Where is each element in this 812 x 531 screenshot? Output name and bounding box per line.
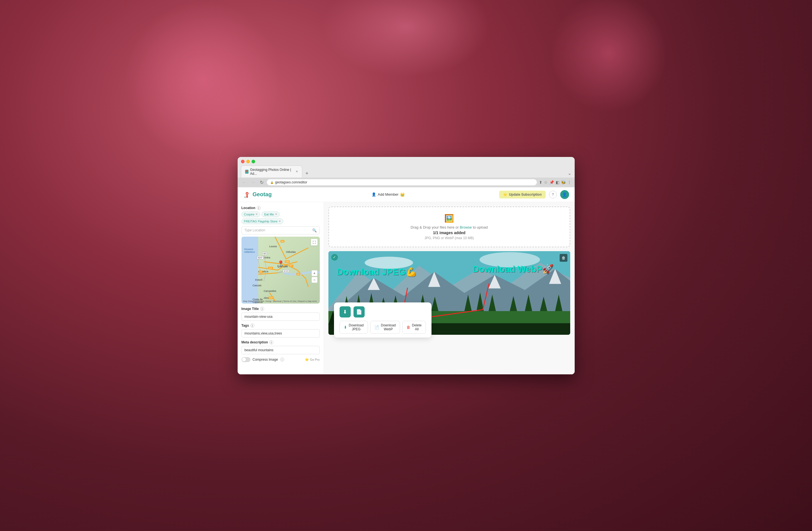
header-center: 👤 Add Member 👑 bbox=[277, 191, 499, 198]
delete-all-icon: 🗑 bbox=[406, 325, 410, 330]
map-footer-text: Map Data ©2022 Inst. Geogr. Nacional | T… bbox=[243, 300, 317, 303]
meta-desc-input[interactable] bbox=[242, 346, 320, 354]
logo-icon: G bbox=[243, 191, 251, 198]
new-tab-button[interactable]: + bbox=[303, 169, 311, 178]
sidebar: Location i Cospire ✕ Eat Me ✕ FREITAG Fl… bbox=[237, 202, 324, 374]
lock-icon: 🔒 bbox=[270, 181, 274, 184]
extension-icon[interactable]: 🐝 bbox=[561, 180, 566, 184]
location-tag-cospire: Cospire ✕ bbox=[242, 212, 260, 217]
browse-link[interactable]: Browse bbox=[460, 225, 472, 229]
tag-freitag-text: FREITAG Flagship Store bbox=[244, 220, 278, 223]
road-a5: A5 bbox=[259, 271, 263, 273]
sidebar-icon[interactable]: ◧ bbox=[556, 180, 559, 184]
drop-subtext: JPG, PNG or WebP (max 10 MB) bbox=[336, 236, 563, 240]
road-a9: A9 bbox=[296, 273, 301, 275]
check-icon: ✓ bbox=[333, 255, 336, 259]
location-input-wrapper[interactable]: Type Location 🔍 bbox=[242, 226, 320, 234]
tag-eatme-text: Eat Me bbox=[264, 213, 274, 216]
download-webp-label: Download WebP bbox=[381, 323, 396, 331]
compress-row: Compress Image i ⭐ Go Pro bbox=[242, 357, 320, 362]
road-a36: A36 bbox=[285, 260, 290, 263]
map-expand-button[interactable]: ⛶ bbox=[311, 239, 318, 246]
image-title-field: Image Title i bbox=[242, 307, 320, 321]
images-added-count: 1/1 images added bbox=[336, 230, 563, 235]
bookmark-icon[interactable]: ☆ bbox=[544, 180, 548, 184]
tags-field: Tags i bbox=[242, 324, 320, 338]
active-tab[interactable]: 📍 Geotagging Photos Online | Ad... ✕ bbox=[241, 166, 302, 178]
toolbar-actions-row: ⬇ Download JPEG 📄 Download WebP 🗑 Delete… bbox=[339, 321, 426, 334]
refresh-button[interactable]: ↻ bbox=[259, 179, 265, 186]
road-ic15: IC15 bbox=[283, 269, 289, 273]
download-webp-icon: 📄 bbox=[356, 309, 362, 315]
toolbar-icons-row: ⬇ 📄 bbox=[339, 306, 426, 318]
location-placeholder: Type Location bbox=[245, 228, 265, 232]
tag-cospire-remove[interactable]: ✕ bbox=[256, 213, 258, 216]
drop-zone-text: Drag & Drop your files here or Browse to… bbox=[336, 225, 563, 229]
delete-all-button[interactable]: 🗑 Delete All bbox=[402, 321, 426, 334]
app-logo: G Geotag bbox=[243, 191, 272, 198]
download-jpeg-button[interactable]: ⬇ Download JPEG bbox=[339, 321, 368, 334]
pin-icon[interactable]: 📌 bbox=[549, 180, 554, 184]
tab-favicon: 📍 bbox=[245, 170, 248, 174]
header-right: ⭐ Update Subscription ? 👤 bbox=[499, 190, 569, 199]
location-label-text: Location bbox=[242, 206, 256, 210]
go-pro-label: Go Pro bbox=[310, 358, 320, 361]
delete-all-label: Delete All bbox=[412, 323, 422, 331]
delete-image-button[interactable]: 🗑 bbox=[560, 254, 567, 262]
download-webp-button[interactable]: 📄 Download WebP bbox=[370, 321, 400, 334]
drop-zone-icon: 🖼️ bbox=[336, 214, 563, 223]
zoom-out-button[interactable]: − bbox=[311, 277, 318, 283]
update-sub-label: Update Subscription bbox=[509, 193, 541, 196]
right-panel: 🖼️ Drag & Drop your files here or Browse… bbox=[324, 202, 575, 374]
toolbar-download-webp-icon-button[interactable]: 📄 bbox=[353, 306, 365, 318]
tag-eatme-remove[interactable]: ✕ bbox=[275, 213, 277, 216]
download-jpeg-btn-icon: ⬇ bbox=[344, 325, 347, 330]
close-button[interactable] bbox=[241, 160, 245, 163]
tag-freitag-remove[interactable]: ✕ bbox=[278, 220, 281, 223]
road-a16: A16 bbox=[268, 267, 273, 269]
tags-info-icon[interactable]: i bbox=[250, 324, 254, 327]
road-ip7: IP7 bbox=[289, 265, 294, 267]
user-avatar[interactable]: 👤 bbox=[560, 190, 569, 199]
back-button[interactable]: ← bbox=[241, 179, 248, 185]
tags-input[interactable] bbox=[242, 329, 320, 338]
annotation-webp-text: Download WebP🚀 bbox=[473, 264, 553, 274]
address-bar[interactable]: 🔒 geotagseo.com/editor bbox=[267, 179, 537, 185]
maximize-button[interactable] bbox=[251, 160, 255, 163]
map-pin: 📍 bbox=[277, 260, 284, 267]
share-icon[interactable]: ⬆ bbox=[539, 180, 542, 184]
main-layout: Location i Cospire ✕ Eat Me ✕ FREITAG Fl… bbox=[237, 202, 575, 374]
map-roads-svg bbox=[242, 237, 320, 304]
update-subscription-button[interactable]: ⭐ Update Subscription bbox=[499, 191, 546, 198]
help-button[interactable]: ? bbox=[549, 191, 557, 198]
add-member-icon: 👤 bbox=[372, 192, 376, 196]
tab-bar: 📍 Geotagging Photos Online | Ad... ✕ + ⌄ bbox=[241, 166, 571, 178]
window-chevron[interactable]: ⌄ bbox=[568, 171, 571, 178]
go-pro-button[interactable]: ⭐ Go Pro bbox=[305, 358, 320, 362]
image-title-info-icon[interactable]: i bbox=[260, 307, 264, 311]
zoom-in-button[interactable]: + bbox=[311, 270, 318, 276]
download-webp-btn-icon: 📄 bbox=[374, 325, 379, 330]
menu-icon[interactable]: ⋮ bbox=[567, 180, 571, 184]
drop-zone[interactable]: 🖼️ Drag & Drop your files here or Browse… bbox=[329, 207, 570, 247]
location-info-icon[interactable]: i bbox=[257, 206, 261, 210]
add-member-button[interactable]: 👤 Add Member 👑 bbox=[368, 191, 408, 198]
download-jpeg-icon: ⬇ bbox=[343, 309, 347, 315]
image-title-input[interactable] bbox=[242, 312, 320, 321]
app-header: G Geotag 👤 Add Member 👑 ⭐ Update Subscri… bbox=[237, 187, 575, 202]
compress-label: Compress Image bbox=[253, 358, 278, 362]
location-tags-container: Cospire ✕ Eat Me ✕ FREITAG Flagship Stor… bbox=[242, 212, 320, 224]
tab-close-icon[interactable]: ✕ bbox=[295, 170, 298, 173]
compress-left: Compress Image i bbox=[242, 357, 284, 362]
go-pro-crown-icon: ⭐ bbox=[305, 358, 309, 362]
forward-button[interactable]: → bbox=[250, 179, 257, 185]
tab-title: Geotagging Photos Online | Ad... bbox=[250, 168, 293, 176]
svg-text:G: G bbox=[244, 196, 246, 198]
svg-point-1 bbox=[247, 193, 248, 194]
compress-toggle[interactable] bbox=[242, 357, 250, 362]
location-tag-eatme: Eat Me ✕ bbox=[262, 212, 280, 217]
minimize-button[interactable] bbox=[246, 160, 250, 163]
toolbar-download-jpeg-icon-button[interactable]: ⬇ bbox=[339, 306, 351, 318]
meta-desc-info-icon[interactable]: i bbox=[270, 340, 273, 344]
compress-info-icon[interactable]: i bbox=[280, 358, 284, 362]
